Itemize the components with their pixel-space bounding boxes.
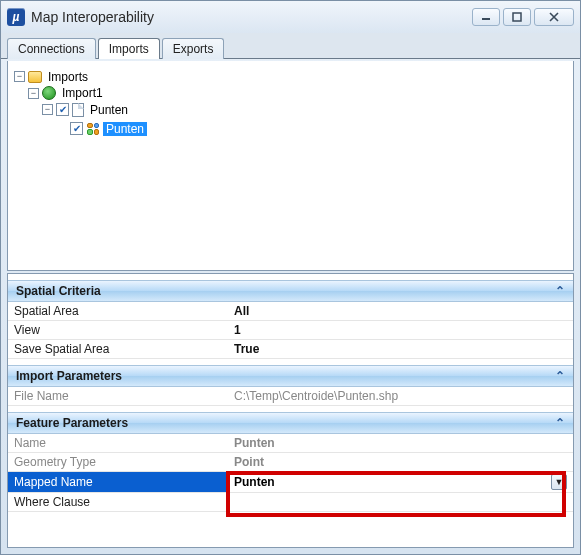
chevron-down-icon: ▼ [555, 477, 564, 487]
layer-checkbox[interactable] [56, 103, 69, 116]
tree-root[interactable]: − Imports [14, 70, 91, 84]
panel-spatial-criteria-title: Spatial Criteria [16, 284, 101, 298]
maximize-icon [512, 12, 522, 22]
minimize-button[interactable] [472, 8, 500, 26]
collapse-icon[interactable]: − [28, 88, 39, 99]
row-feature-name[interactable]: Name Punten [8, 434, 573, 453]
collapse-icon[interactable]: − [14, 71, 25, 82]
sublayer-checkbox[interactable] [70, 122, 83, 135]
mapped-name-dropdown-button[interactable]: ▼ [551, 474, 567, 490]
chevron-up-icon: ⌃ [555, 284, 565, 298]
feature-name-value: Punten [228, 434, 573, 453]
close-button[interactable] [534, 8, 574, 26]
row-spatial-area[interactable]: Spatial Area All [8, 302, 573, 321]
svg-rect-1 [513, 13, 521, 21]
mapped-name-cell[interactable]: Punten ▼ [228, 472, 573, 493]
tab-connections[interactable]: Connections [7, 38, 96, 59]
tree-root-label: Imports [45, 70, 91, 84]
view-value[interactable]: 1 [228, 321, 573, 340]
save-spatial-value[interactable]: True [228, 340, 573, 359]
mapped-name-key: Mapped Name [8, 472, 228, 493]
tab-strip: Connections Imports Exports [1, 33, 580, 59]
window-controls [472, 8, 574, 26]
row-mapped-name[interactable]: Mapped Name Punten ▼ [8, 472, 573, 493]
tree-sublayer[interactable]: Punten [56, 122, 147, 136]
imports-tree: − Imports − Import1 [14, 67, 567, 140]
app-icon: µ [7, 8, 25, 26]
spatial-area-key: Spatial Area [8, 302, 228, 321]
view-key: View [8, 321, 228, 340]
tab-exports[interactable]: Exports [162, 38, 225, 59]
panel-feature-params-header[interactable]: Feature Parameters ⌃ [8, 412, 573, 434]
tree-layer[interactable]: − Punten [42, 103, 131, 117]
close-icon [548, 12, 560, 22]
import-params-table: File Name C:\Temp\Centroide\Punten.shp [8, 387, 573, 406]
tree-import1[interactable]: − Import1 [28, 86, 106, 100]
tree-import1-label: Import1 [59, 86, 106, 100]
file-name-key: File Name [8, 387, 228, 406]
file-name-value: C:\Temp\Centroide\Punten.shp [228, 387, 573, 406]
row-file-name[interactable]: File Name C:\Temp\Centroide\Punten.shp [8, 387, 573, 406]
maximize-button[interactable] [503, 8, 531, 26]
chevron-up-icon: ⌃ [555, 416, 565, 430]
tree-panel: − Imports − Import1 [7, 61, 574, 271]
tree-layer-label: Punten [87, 103, 131, 117]
import-icon [42, 86, 56, 100]
mapped-name-value: Punten [234, 475, 275, 489]
property-panels: Spatial Criteria ⌃ Spatial Area All View… [7, 273, 574, 548]
tab-imports[interactable]: Imports [98, 38, 160, 59]
minimize-icon [481, 12, 491, 22]
where-clause-value[interactable] [228, 493, 573, 512]
geometry-type-key: Geometry Type [8, 453, 228, 472]
title-bar: µ Map Interoperability [1, 1, 580, 33]
spatial-criteria-table: Spatial Area All View 1 Save Spatial Are… [8, 302, 573, 359]
tree-sublayer-label: Punten [103, 122, 147, 136]
feature-icon [86, 122, 100, 136]
main-window: µ Map Interoperability Connections Impor… [0, 0, 581, 555]
spatial-area-value[interactable]: All [228, 302, 573, 321]
chevron-up-icon: ⌃ [555, 369, 565, 383]
panel-feature-params-title: Feature Parameters [16, 416, 128, 430]
panel-spatial-criteria-header[interactable]: Spatial Criteria ⌃ [8, 280, 573, 302]
feature-name-key: Name [8, 434, 228, 453]
window-title: Map Interoperability [31, 9, 472, 25]
row-geometry-type[interactable]: Geometry Type Point [8, 453, 573, 472]
save-spatial-key: Save Spatial Area [8, 340, 228, 359]
where-clause-key: Where Clause [8, 493, 228, 512]
feature-params-table: Name Punten Geometry Type Point Mapped N… [8, 434, 573, 512]
svg-rect-0 [482, 18, 490, 20]
panel-import-params-title: Import Parameters [16, 369, 122, 383]
folder-icon [28, 71, 42, 83]
row-where-clause[interactable]: Where Clause [8, 493, 573, 512]
page-icon [72, 103, 84, 117]
geometry-type-value: Point [228, 453, 573, 472]
row-view[interactable]: View 1 [8, 321, 573, 340]
panel-import-params-header[interactable]: Import Parameters ⌃ [8, 365, 573, 387]
collapse-icon[interactable]: − [42, 104, 53, 115]
row-save-spatial[interactable]: Save Spatial Area True [8, 340, 573, 359]
